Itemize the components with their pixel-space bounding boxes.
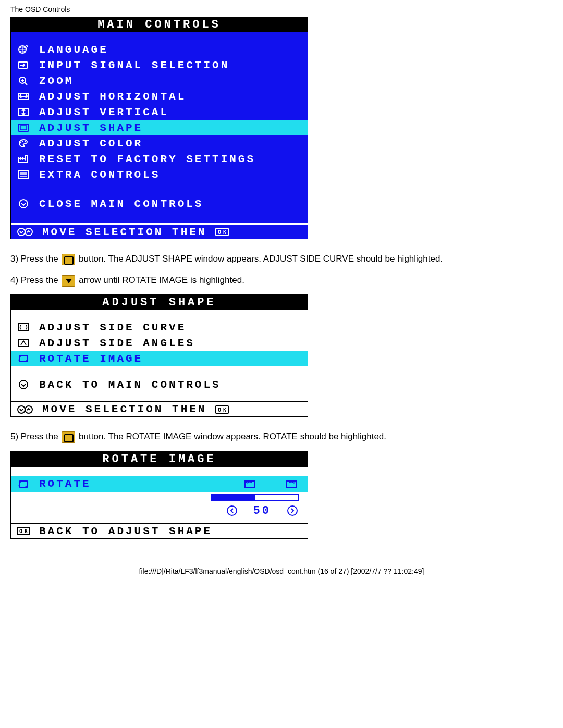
page-header: The OSD Controls [10, 5, 553, 14]
back-to-main[interactable]: BACK TO MAIN CONTROLS [11, 377, 308, 392]
down-button-icon [62, 275, 75, 287]
text-4b: arrow until ROTATE IMAGE is highlighted. [79, 275, 244, 285]
shape-label: ADJUST SIDE CURVE [39, 322, 186, 334]
side-angle-icon [15, 337, 32, 349]
side-curve-icon [15, 322, 32, 333]
osd-title-adjust-shape: ADJUST SHAPE [11, 295, 308, 310]
menu-label: ZOOM [39, 75, 74, 87]
menu-label: INPUT SIGNAL SELECTION [39, 59, 229, 71]
ok-box-icon [215, 405, 229, 414]
menu-label: ADJUST SHAPE [39, 122, 143, 134]
menu-item-reset-to-factory-settings[interactable]: RESET TO FACTORY SETTINGS [11, 151, 308, 167]
osd-footer-shape: MOVE SELECTION THEN [11, 401, 308, 416]
ok-box-icon [215, 227, 229, 237]
rotate-value: 50 [253, 504, 271, 517]
updown-circ-icon [15, 226, 35, 238]
close-label: CLOSE MAIN CONTROLS [39, 198, 203, 210]
osd-rotate-image: ROTATE IMAGE ROTATE 50 BACK TO ADJUST SH… [10, 451, 308, 539]
shape-screen-icon [15, 122, 32, 133]
left-circ-icon[interactable] [226, 505, 238, 516]
instruction-5: 5) Press the button. The ROTATE IMAGE wi… [10, 429, 553, 443]
list-icon [15, 169, 32, 180]
footer-label-rotate: BACK TO ADJUST SHAPE [39, 525, 212, 537]
rotate-label: ROTATE [39, 478, 91, 490]
globe-q-icon [15, 44, 32, 55]
menu-item-zoom[interactable]: ZOOM [11, 73, 308, 89]
rotate-screen-icon [15, 478, 32, 490]
text-3b: button. The ADJUST SHAPE window appears.… [79, 254, 443, 264]
magnify-plus-icon [15, 75, 32, 87]
menu-item-extra-controls[interactable]: EXTRA CONTROLS [11, 167, 308, 182]
ok-button-icon [62, 431, 75, 443]
menu-item-adjust-vertical[interactable]: ADJUST VERTICAL [11, 104, 308, 120]
shape-item-adjust-side-angles[interactable]: ADJUST SIDE ANGLES [11, 335, 308, 351]
ud-arrows-icon [15, 106, 32, 118]
menu-item-input-signal-selection[interactable]: INPUT SIGNAL SELECTION [11, 57, 308, 73]
menu-item-adjust-horizontal[interactable]: ADJUST HORIZONTAL [11, 89, 308, 104]
rot-left-icon [242, 479, 258, 489]
instruction-4: 4) Press the arrow until ROTATE IMAGE is… [10, 273, 553, 287]
ok-button-icon [62, 254, 75, 265]
text-3a: 3) Press the [10, 254, 60, 264]
slider-row [11, 492, 308, 503]
ok-box-icon [15, 525, 32, 537]
right-circ-icon[interactable] [287, 505, 298, 516]
input-arrow-icon [15, 59, 32, 71]
rotate-screen-icon [15, 353, 32, 364]
shape-label: ROTATE IMAGE [39, 353, 143, 365]
slider-bar[interactable] [211, 494, 299, 501]
factory-icon [15, 153, 32, 165]
rotate-item[interactable]: ROTATE [11, 476, 308, 492]
down-circ-icon [15, 379, 32, 390]
shape-item-rotate-image[interactable]: ROTATE IMAGE [11, 351, 308, 366]
menu-item-adjust-shape[interactable]: ADJUST SHAPE [11, 120, 308, 135]
rot-right-icon [284, 479, 299, 489]
menu-item-adjust-color[interactable]: ADJUST COLOR [11, 135, 308, 151]
osd-footer: MOVE SELECTION THEN [11, 223, 308, 239]
slider-fill [212, 495, 255, 500]
footer-label-shape: MOVE SELECTION THEN [42, 403, 206, 415]
text-4a: 4) Press the [10, 275, 60, 285]
shape-item-adjust-side-curve[interactable]: ADJUST SIDE CURVE [11, 319, 308, 335]
text-5a: 5) Press the [10, 431, 60, 441]
osd-title-rotate: ROTATE IMAGE [11, 452, 308, 467]
menu-label: EXTRA CONTROLS [39, 169, 160, 181]
down-circ-icon [15, 198, 32, 209]
osd-adjust-shape: ADJUST SHAPE ADJUST SIDE CURVEADJUST SID… [10, 294, 308, 417]
footer-path: file:///D|/Rita/LF3/lf3manual/english/OS… [10, 567, 553, 575]
menu-label: ADJUST HORIZONTAL [39, 91, 186, 103]
menu-label: ADJUST VERTICAL [39, 106, 169, 118]
text-5b: button. The ROTATE IMAGE window appears.… [79, 431, 386, 441]
instruction-3: 3) Press the button. The ADJUST SHAPE wi… [10, 252, 553, 266]
palette-icon [15, 138, 32, 149]
osd-main-controls: MAIN CONTROLS LANGUAGEINPUT SIGNAL SELEC… [10, 17, 308, 239]
shape-label: ADJUST SIDE ANGLES [39, 337, 195, 349]
osd-title: MAIN CONTROLS [11, 17, 308, 32]
osd-footer-rotate: BACK TO ADJUST SHAPE [11, 523, 308, 538]
menu-label: ADJUST COLOR [39, 138, 143, 150]
footer-label: MOVE SELECTION THEN [42, 226, 206, 238]
value-row: 50 [11, 503, 308, 523]
menu-item-language[interactable]: LANGUAGE [11, 42, 308, 57]
back-label: BACK TO MAIN CONTROLS [39, 379, 221, 391]
lr-arrows-icon [15, 91, 32, 102]
menu-label: RESET TO FACTORY SETTINGS [39, 153, 255, 165]
menu-label: LANGUAGE [39, 44, 108, 56]
close-main-controls[interactable]: CLOSE MAIN CONTROLS [11, 196, 308, 212]
updown-circ-icon [15, 404, 35, 415]
